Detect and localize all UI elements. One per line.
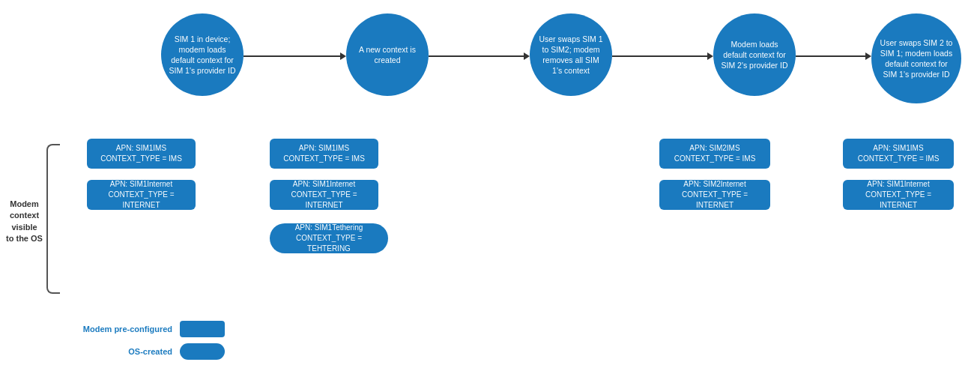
- context-box-2b: APN: SIM1InternetCONTEXT_TYPE = INTERNET: [270, 180, 378, 210]
- legend-preconfigured: Modem pre-configured: [75, 321, 225, 337]
- step5-text: User swaps SIM 2 to SIM 1; modem loads d…: [879, 37, 954, 80]
- context-box-5a: APN: SIM1IMSCONTEXT_TYPE = IMS: [843, 139, 954, 169]
- step-circle-2: A new context is created: [346, 13, 429, 96]
- arrow-4: [796, 52, 871, 60]
- context-box-2a: APN: SIM1IMSCONTEXT_TYPE = IMS: [270, 139, 378, 169]
- context-box-2c: APN: SIM1TetheringCONTEXT_TYPE = TEHTERI…: [270, 223, 388, 253]
- context-box-4b: APN: SIM2InternetCONTEXT_TYPE = INTERNET: [659, 180, 770, 210]
- context-box-1b: APN: SIM1InternetCONTEXT_TYPE = INTERNET: [87, 180, 196, 210]
- os-label: Modem context visibleto the OS: [4, 199, 45, 245]
- step-circle-4: Modem loads default context for SIM 2's …: [713, 13, 796, 96]
- step4-text: Modem loads default context for SIM 2's …: [721, 39, 788, 71]
- arrow-3: [612, 52, 713, 60]
- legend-preconfigured-label: Modem pre-configured: [75, 325, 172, 334]
- legend-os-created-swatch: [180, 343, 225, 360]
- step3-text: User swaps SIM 1 to SIM2; modem removes …: [537, 34, 605, 76]
- step-circle-5: User swaps SIM 2 to SIM 1; modem loads d…: [871, 13, 961, 103]
- step2-text: A new context is created: [354, 44, 421, 65]
- legend-os-created: OS-created: [75, 343, 225, 360]
- context-box-1a: APN: SIM1IMSCONTEXT_TYPE = IMS: [87, 139, 196, 169]
- step-circle-1: SIM 1 in device; modem loads default con…: [161, 13, 244, 96]
- diagram-container: SIM 1 in device; modem loads default con…: [0, 0, 980, 380]
- step1-text: SIM 1 in device; modem loads default con…: [169, 34, 236, 76]
- context-box-4a: APN: SIM2IMSCONTEXT_TYPE = IMS: [659, 139, 770, 169]
- os-brace: [46, 144, 60, 294]
- arrow-2: [429, 52, 530, 60]
- context-box-5b: APN: SIM1InternetCONTEXT_TYPE = INTERNET: [843, 180, 954, 210]
- arrow-1: [244, 52, 346, 60]
- step-circle-3: User swaps SIM 1 to SIM2; modem removes …: [530, 13, 612, 96]
- legend-area: Modem pre-configured OS-created: [75, 321, 225, 366]
- legend-os-created-label: OS-created: [75, 347, 172, 356]
- legend-preconfigured-swatch: [180, 321, 225, 337]
